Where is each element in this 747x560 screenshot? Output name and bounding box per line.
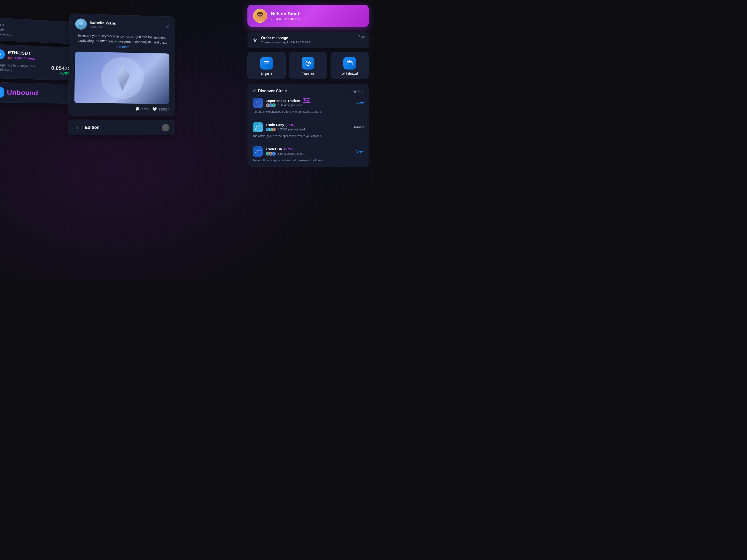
avg-buy-label: Average Buy in price(USDT): [0, 63, 35, 68]
discover-title: Discover Circle: [258, 89, 287, 93]
profile-avatar: [253, 9, 267, 23]
svg-rect-26: [347, 61, 352, 65]
post-body: In recent years, cryptocurrency has surg…: [75, 33, 169, 50]
svg-marker-29: [349, 60, 351, 61]
svg-point-20: [261, 12, 262, 13]
goal-card: goal is ionally d 1 year ago: [0, 17, 77, 44]
next-card: ∨ l Edition: [68, 119, 175, 135]
circle-2-badge: Free: [286, 123, 295, 127]
profile-notification[interactable]: Nelson Smith 2024-07-06 maturity: [248, 5, 369, 27]
deposit-button[interactable]: Deposit: [248, 52, 286, 79]
eth-usdt-card: ∨ ETH/USDT Sell Sync Strategy: [0, 44, 77, 81]
svg-point-18: [262, 13, 263, 15]
svg-point-34: [256, 102, 257, 103]
circle-1-view-button[interactable]: View: [356, 101, 364, 105]
svg-point-7: [78, 25, 84, 29]
chevron-down-icon: ∨: [361, 89, 364, 93]
circle-trade-easy: Trade Easy Free 👤 👤 👤 255000 people join…: [253, 122, 364, 142]
svg-point-37: [255, 127, 257, 129]
circle-3-name: Trader BR: [266, 147, 282, 151]
svg-point-17: [257, 13, 258, 15]
circle-1-name: Experienced Traders: [266, 99, 300, 103]
circle-3-desc: Trade with us, anyone here will help, an…: [253, 158, 364, 162]
right-column: Nelson Smith 2024-07-06 maturity ♛ Order…: [248, 5, 369, 167]
unbound-card: Unbound: [0, 82, 76, 104]
circle-2-desc: The official group of the application, w…: [253, 134, 364, 138]
sync-strategy-tag: Sync Strategy: [15, 56, 35, 60]
heart-icon: 🤍: [152, 107, 157, 111]
discover-refresh-icon[interactable]: ↺: [253, 88, 256, 94]
withdrawal-icon: [343, 57, 356, 70]
sell-tag: Sell: [8, 56, 13, 59]
mini-avatars-3: 👤 👤 👤: [266, 152, 275, 156]
actions-row: Deposit $ Transfer: [248, 52, 369, 79]
circle-3-view-button[interactable]: View: [356, 150, 364, 153]
order-message-card: ♛ Order message There are new buy in BIN…: [248, 32, 369, 48]
withdrawal-button[interactable]: Withdrawal: [331, 52, 369, 79]
withdrawal-label: Withdrawal: [341, 72, 358, 76]
eth-icon: [0, 49, 5, 60]
profile-name: Nelson Smith: [271, 11, 301, 17]
mini-avatars-2: 👤 👤 👤: [266, 127, 275, 132]
order-time: 7 am: [358, 35, 365, 38]
svg-point-36: [259, 104, 260, 105]
svg-rect-3: [0, 90, 0, 91]
comment-icon: 💬: [135, 107, 140, 111]
transfer-icon: $: [302, 57, 314, 70]
see-more-link[interactable]: see more: [116, 45, 130, 49]
circle-experienced-traders: Experienced Traders Free 👤 👤 👤 15004 peo…: [253, 98, 364, 118]
unbound-icon: [0, 87, 4, 98]
circle-2-joined-button[interactable]: Joined: [353, 125, 364, 129]
post-likes: 🤍 130564: [152, 107, 170, 111]
next-card-text: l Edition: [82, 125, 100, 130]
transfer-label: Transfer: [302, 72, 314, 76]
unbound-label: Unbound: [7, 89, 38, 97]
eth-diamond-svg: [111, 64, 134, 92]
svg-point-35: [258, 101, 259, 102]
experienced-traders-icon: [253, 98, 263, 108]
post-image: [75, 52, 170, 104]
svg-rect-22: [264, 62, 269, 63]
language-selector[interactable]: English ∨: [351, 89, 364, 93]
post-author-avatar: [75, 19, 87, 30]
trade-easy-icon: [253, 122, 263, 132]
circle-3-count: 56042 people joined: [278, 152, 303, 155]
circle-trader-br: Trader BR Free 👤 👤 👤 56042 people joined: [253, 146, 364, 162]
circle-3-badge: Free: [284, 147, 293, 151]
svg-point-38: [258, 126, 259, 127]
profile-maturity: 2024-07-06 maturity: [271, 17, 301, 21]
eth-price: 0.05472: [51, 65, 71, 72]
svg-point-40: [256, 152, 257, 153]
svg-rect-27: [347, 62, 352, 63]
circle-1-count: 15004 people joined: [278, 104, 303, 107]
mini-avatars-1: 👤 👤 👤: [266, 103, 275, 107]
profile-info: Nelson Smith 2024-07-06 maturity: [271, 11, 301, 21]
card-chevron-down[interactable]: ∨: [74, 124, 80, 131]
share-icon[interactable]: ⤢: [166, 24, 170, 29]
middle-column: Isabella Wang 2024-03-13 ⤢ In recent yea…: [68, 13, 175, 139]
circle-1-desc: A group of experienced traders who are h…: [253, 110, 364, 114]
circle-2-count: 255000 people joined: [278, 128, 305, 131]
profit-label: Profit(USDT): [0, 68, 35, 72]
svg-point-19: [258, 12, 259, 13]
svg-point-6: [79, 21, 83, 25]
post-author-name: Isabella Wang: [89, 20, 117, 26]
order-sub: There are new buy in BINANCE PSF...: [261, 41, 313, 44]
svg-rect-23: [265, 64, 266, 64]
deposit-icon: [260, 57, 273, 70]
circle-2-name: Trade Easy: [266, 123, 284, 127]
post-comments: 💬 2720: [135, 107, 149, 111]
eth-symbol: ETH/USDT: [8, 50, 35, 56]
eth-pct: 9.76%: [51, 71, 71, 76]
discover-circle-card: ↺ Discover Circle English ∨: [248, 84, 369, 167]
order-content: Order message There are new buy in BINAN…: [261, 36, 313, 44]
transfer-button[interactable]: $ Transfer: [289, 52, 327, 79]
order-title: Order message: [261, 36, 313, 40]
deposit-label: Deposit: [261, 72, 272, 76]
trader-br-icon: [253, 146, 263, 157]
circle-1-badge: Free: [302, 99, 311, 103]
post-card: Isabella Wang 2024-03-13 ⤢ In recent yea…: [68, 13, 175, 116]
next-badge: [162, 124, 169, 131]
crown-icon: ♛: [253, 37, 258, 44]
